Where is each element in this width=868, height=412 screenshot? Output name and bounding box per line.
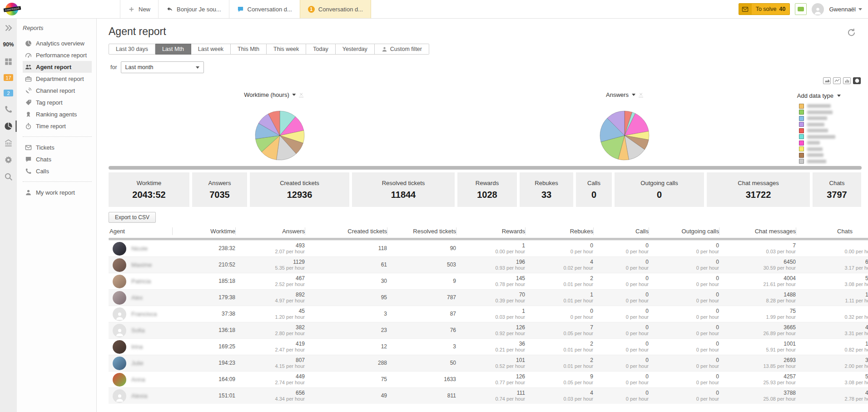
sidebar-item-channel-report[interactable]: Channel report: [23, 85, 92, 96]
column-header-chats[interactable]: Chats: [796, 227, 868, 235]
cell-value: 787: [387, 295, 456, 301]
cell-answers: 3822.80 per hour: [235, 325, 305, 337]
horizontal-scrollbar[interactable]: [109, 166, 862, 170]
table-row[interactable]: Julie194:238074.15 per hour288501010.52 …: [109, 355, 868, 371]
calls-icon[interactable]: [4, 105, 13, 113]
legend-item: [799, 104, 835, 108]
table-row[interactable]: Irina169:254192.47 per hour123360.21 per…: [109, 338, 868, 355]
user-menu[interactable]: Gwennaël: [829, 6, 862, 13]
cell-value: 169:25: [172, 344, 235, 350]
filter-tab-yesterday[interactable]: Yesterday: [336, 44, 375, 55]
chats-count-badge[interactable]: 2: [4, 90, 13, 96]
cell-rate: 0 per hour: [649, 380, 719, 386]
cell-calls: 00 per hour: [593, 259, 649, 271]
stat-value: 7035: [209, 190, 230, 200]
cell-rewards: 700.39 per hour: [456, 292, 525, 304]
table-row[interactable]: Maxime210:5211295.35 per hour615031960.9…: [109, 256, 868, 273]
sidebar-item-performance-report[interactable]: Performance report: [23, 49, 92, 61]
user-avatar[interactable]: [812, 3, 824, 15]
avatar: [113, 242, 126, 256]
topbar-tab-bonjour-je-sou-1[interactable]: Bonjour Je sou...: [158, 0, 229, 18]
sidebar-item-my-work-report[interactable]: My work report: [23, 186, 92, 198]
sidebar-item-label: My work report: [36, 189, 75, 196]
column-header-rebukes[interactable]: Rebukes: [525, 227, 593, 235]
table-row[interactable]: Anna164:094492.74 per hour7516331260.77 …: [109, 371, 868, 387]
collapse-sidebar-button[interactable]: [4, 24, 13, 32]
legend-swatch: [799, 110, 804, 115]
cell-chat-messages: 378825.08 per hour: [719, 390, 796, 402]
stat-label: Worktime: [137, 180, 162, 186]
column-header-created-tickets[interactable]: Created tickets: [305, 227, 387, 235]
cell-value: 467: [235, 276, 305, 281]
period-select[interactable]: Last month: [121, 61, 204, 73]
filter-tab-last-week[interactable]: Last week: [191, 44, 231, 55]
column-header-agent[interactable]: Agent: [109, 227, 172, 235]
sidebar-item-ranking-agents[interactable]: Ranking agents: [23, 108, 92, 120]
tag-icon: [25, 99, 32, 106]
table-row[interactable]: Alex179:388924.97 per hour95787700.39 pe…: [109, 289, 868, 306]
topbar-tab-conversation-d-2[interactable]: Conversation d...: [229, 0, 300, 18]
sidebar-item-tag-report[interactable]: Tag report: [23, 96, 92, 108]
chart-toggle-bar[interactable]: [843, 77, 851, 84]
customers-icon[interactable]: [4, 139, 13, 147]
filter-tab-last-30-days[interactable]: Last 30 days: [109, 44, 155, 55]
table-row[interactable]: Nicole238:324932.07 per hour1189010.00 p…: [109, 240, 868, 256]
sidebar-item-department-report[interactable]: Department report: [23, 73, 92, 85]
topbar-right: To solve 40 Gwennaël: [739, 0, 868, 18]
filter-tab-this-week[interactable]: This week: [267, 44, 306, 55]
to-solve-button[interactable]: To solve 40: [739, 3, 790, 15]
chat-icon: [25, 156, 32, 163]
dashboard-grid-icon[interactable]: [4, 57, 13, 65]
cell-worktime: 37:38: [172, 311, 235, 317]
chart-toggle-area[interactable]: [823, 77, 831, 84]
chart-toggle-line[interactable]: [833, 77, 841, 84]
chart-toggle-pie[interactable]: [853, 77, 861, 84]
chart2-close-icon[interactable]: [639, 93, 643, 97]
chevron-down-icon[interactable]: [632, 94, 635, 96]
topbar-tab-new-0[interactable]: New: [120, 0, 158, 18]
column-header-outgoing-calls[interactable]: Outgoing calls: [649, 227, 719, 235]
chart1-close-icon[interactable]: [299, 93, 304, 97]
settings-gear-icon[interactable]: [4, 156, 13, 164]
table-row[interactable]: Alexia151:016564.34 per hour498111110.74…: [109, 387, 868, 404]
export-to-csv-button[interactable]: Export to CSV: [109, 212, 156, 223]
chevron-down-icon[interactable]: [293, 94, 296, 96]
chat-status-button[interactable]: [795, 3, 807, 15]
search-icon[interactable]: [4, 172, 13, 181]
medal-icon: [25, 111, 32, 118]
reports-icon[interactable]: [4, 122, 13, 130]
legend-item: [799, 153, 835, 157]
cell-value: 87: [387, 311, 456, 317]
refresh-icon[interactable]: [847, 28, 856, 37]
column-header-answers[interactable]: Answers: [235, 227, 305, 235]
cell-value: 126: [456, 325, 525, 331]
filter-tab-custom-filter[interactable]: Custom filter: [375, 44, 429, 55]
sidebar-item-calls[interactable]: Calls: [23, 165, 92, 177]
column-header-chat-messages[interactable]: Chat messages: [719, 227, 796, 235]
app-logo[interactable]: CONTRADO: [0, 0, 24, 18]
agent-name-blurred: Maxime: [131, 261, 152, 268]
table-row[interactable]: Sofia136:183822.80 per hour23761260.92 p…: [109, 322, 868, 338]
filter-tab-last-mth[interactable]: Last Mth: [155, 44, 191, 55]
sidebar-item-time-report[interactable]: Time report: [23, 120, 92, 132]
cell-chats: 1390.82 per hour: [796, 341, 868, 353]
column-header-calls[interactable]: Calls: [593, 227, 649, 235]
tickets-count-badge[interactable]: 17: [4, 74, 13, 81]
sidebar-item-tickets[interactable]: Tickets: [23, 141, 92, 153]
cell-value: 49: [305, 393, 387, 399]
add-data-type-dropdown[interactable]: Add data type: [797, 92, 841, 99]
cell-value: 0: [649, 374, 719, 380]
column-header-rewards[interactable]: Rewards: [456, 227, 525, 235]
column-header-worktime[interactable]: Worktime: [172, 227, 235, 235]
table-row[interactable]: Francisca37:38451.20 per hour38710.03 pe…: [109, 306, 868, 322]
table-row[interactable]: Patricia185:184672.52 per hour3091450.78…: [109, 273, 868, 289]
topbar-tab-conversation-d-3[interactable]: 1Conversation d...: [300, 0, 371, 18]
column-header-resolved-tickets[interactable]: Resolved tickets: [387, 227, 456, 235]
legend-swatch: [799, 116, 804, 121]
agent-availability-percent[interactable]: 90%: [4, 40, 13, 49]
sidebar-item-chats[interactable]: Chats: [23, 153, 92, 165]
filter-tab-today[interactable]: Today: [306, 44, 335, 55]
filter-tab-this-mth[interactable]: This Mth: [231, 44, 267, 55]
sidebar-item-agent-report[interactable]: Agent report: [23, 61, 92, 73]
sidebar-item-analytics-overview[interactable]: Analytics overview: [23, 37, 92, 49]
